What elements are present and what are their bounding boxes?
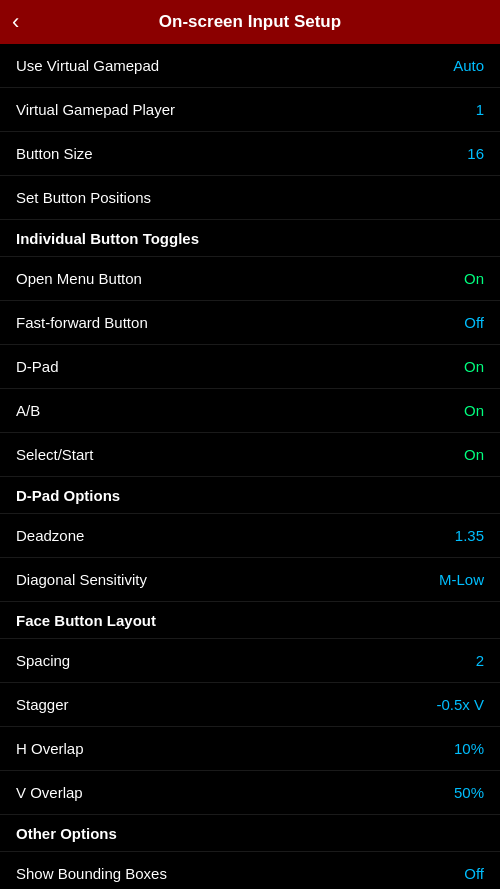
- header: ‹ On-screen Input Setup: [0, 0, 500, 44]
- row-spacing[interactable]: Spacing 2: [0, 639, 500, 683]
- row-h-overlap[interactable]: H Overlap 10%: [0, 727, 500, 771]
- row-value: On: [464, 270, 484, 287]
- row-use-virtual-gamepad[interactable]: Use Virtual Gamepad Auto: [0, 44, 500, 88]
- section-individual-button-toggles-rows: Open Menu Button On Fast-forward Button …: [0, 257, 500, 477]
- section-d-pad-options: D-Pad Options: [0, 477, 500, 514]
- row-set-button-positions[interactable]: Set Button Positions: [0, 176, 500, 220]
- back-button[interactable]: ‹: [12, 9, 19, 35]
- row-value: On: [464, 358, 484, 375]
- row-label: Fast-forward Button: [16, 314, 148, 331]
- row-button-size[interactable]: Button Size 16: [0, 132, 500, 176]
- row-value: M-Low: [439, 571, 484, 588]
- row-label: H Overlap: [16, 740, 84, 757]
- row-value: -0.5x V: [436, 696, 484, 713]
- section-face-button-layout-rows: Spacing 2 Stagger -0.5x V H Overlap 10% …: [0, 639, 500, 815]
- section-title: D-Pad Options: [16, 487, 120, 504]
- section-title: Face Button Layout: [16, 612, 156, 629]
- row-value: 10%: [454, 740, 484, 757]
- section-d-pad-options-rows: Deadzone 1.35 Diagonal Sensitivity M-Low: [0, 514, 500, 602]
- row-value: Off: [464, 314, 484, 331]
- row-value: On: [464, 402, 484, 419]
- row-value: 2: [476, 652, 484, 669]
- row-label: Diagonal Sensitivity: [16, 571, 147, 588]
- row-label: A/B: [16, 402, 40, 419]
- section-individual-button-toggles: Individual Button Toggles: [0, 220, 500, 257]
- section-other-options-rows: Show Bounding Boxes Off Show Gamepad If …: [0, 852, 500, 889]
- section-face-button-layout: Face Button Layout: [0, 602, 500, 639]
- top-rows: Use Virtual Gamepad Auto Virtual Gamepad…: [0, 44, 500, 220]
- row-stagger[interactable]: Stagger -0.5x V: [0, 683, 500, 727]
- section-other-options: Other Options: [0, 815, 500, 852]
- row-label: Open Menu Button: [16, 270, 142, 287]
- row-value: Off: [464, 865, 484, 882]
- section-title: Other Options: [16, 825, 117, 842]
- row-label: Use Virtual Gamepad: [16, 57, 159, 74]
- row-v-overlap[interactable]: V Overlap 50%: [0, 771, 500, 815]
- row-ab[interactable]: A/B On: [0, 389, 500, 433]
- row-label: Select/Start: [16, 446, 94, 463]
- row-show-bounding-boxes[interactable]: Show Bounding Boxes Off: [0, 852, 500, 889]
- row-label: Set Button Positions: [16, 189, 151, 206]
- row-value: 16: [467, 145, 484, 162]
- row-label: D-Pad: [16, 358, 59, 375]
- row-value: On: [464, 446, 484, 463]
- row-value: Auto: [453, 57, 484, 74]
- row-value: 50%: [454, 784, 484, 801]
- row-open-menu-button[interactable]: Open Menu Button On: [0, 257, 500, 301]
- row-fast-forward-button[interactable]: Fast-forward Button Off: [0, 301, 500, 345]
- row-label: Show Bounding Boxes: [16, 865, 167, 882]
- row-label: Virtual Gamepad Player: [16, 101, 175, 118]
- row-d-pad[interactable]: D-Pad On: [0, 345, 500, 389]
- page-title: On-screen Input Setup: [12, 12, 488, 32]
- row-select-start[interactable]: Select/Start On: [0, 433, 500, 477]
- row-label: Spacing: [16, 652, 70, 669]
- section-title: Individual Button Toggles: [16, 230, 199, 247]
- row-label: Button Size: [16, 145, 93, 162]
- row-value: 1: [476, 101, 484, 118]
- row-virtual-gamepad-player[interactable]: Virtual Gamepad Player 1: [0, 88, 500, 132]
- row-label: Stagger: [16, 696, 69, 713]
- row-diagonal-sensitivity[interactable]: Diagonal Sensitivity M-Low: [0, 558, 500, 602]
- row-value: 1.35: [455, 527, 484, 544]
- row-deadzone[interactable]: Deadzone 1.35: [0, 514, 500, 558]
- row-label: Deadzone: [16, 527, 84, 544]
- row-label: V Overlap: [16, 784, 83, 801]
